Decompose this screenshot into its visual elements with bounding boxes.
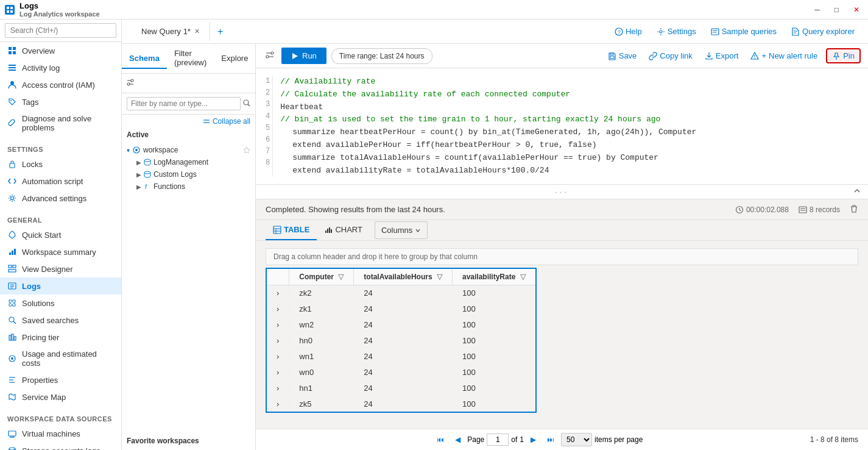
save-btn[interactable]: Save bbox=[604, 49, 641, 62]
run-button[interactable]: Run bbox=[281, 48, 326, 64]
query-tab-1[interactable]: New Query 1* ✕ bbox=[132, 22, 210, 41]
sidebar-item-saved-searches[interactable]: Saved searches bbox=[0, 312, 121, 329]
row-expand-btn[interactable]: › bbox=[266, 349, 289, 365]
resize-handle[interactable]: ··· bbox=[256, 185, 868, 199]
last-page-btn[interactable]: ⏭ bbox=[543, 433, 559, 446]
duration-display: 00:00:02.088 bbox=[735, 205, 789, 214]
cell-total-hours: 24 bbox=[354, 333, 453, 349]
schema-tree: ▾ workspace ▶ LogManagement ▶ Custom Log… bbox=[122, 141, 255, 432]
new-alert-btn[interactable]: + New alert rule bbox=[747, 49, 821, 62]
column-header-computer[interactable]: Computer ▽ bbox=[289, 268, 354, 285]
tree-custom-logs[interactable]: ▶ Custom Logs bbox=[122, 168, 255, 180]
sidebar-item-access-control[interactable]: Access control (IAM) bbox=[0, 76, 121, 93]
svg-rect-10 bbox=[9, 70, 16, 71]
row-expand-btn[interactable]: › bbox=[266, 301, 289, 317]
column-header-totalavailablehours[interactable]: totalAvailableHours ▽ bbox=[354, 268, 453, 285]
add-tab-btn[interactable]: + bbox=[210, 21, 230, 42]
code-line-3: Heartbeat bbox=[280, 101, 696, 114]
query-explorer-btn[interactable]: Query explorer bbox=[788, 24, 858, 38]
schema-active-label: Active bbox=[122, 128, 255, 141]
items-per-page-select[interactable]: 50 100 200 bbox=[561, 433, 592, 446]
sidebar-item-overview[interactable]: Overview bbox=[0, 42, 121, 59]
column-header-availabilityrate[interactable]: availabilityRate ▽ bbox=[452, 268, 535, 285]
sample-queries-btn[interactable]: Sample queries bbox=[707, 24, 780, 38]
svg-point-70 bbox=[755, 57, 756, 59]
row-expand-btn[interactable]: › bbox=[266, 396, 289, 413]
column-filter-icon[interactable]: ▽ bbox=[338, 273, 344, 281]
copy-link-btn[interactable]: Copy link bbox=[645, 49, 696, 62]
svg-marker-66 bbox=[292, 53, 298, 59]
code-editor[interactable]: 12345678 // Availability rate // Calcula… bbox=[256, 68, 868, 185]
svg-point-59 bbox=[144, 159, 150, 162]
sidebar-item-quickstart[interactable]: Quick Start bbox=[0, 226, 121, 243]
tree-logmanagement[interactable]: ▶ LogManagement bbox=[122, 156, 255, 168]
row-expand-btn[interactable]: › bbox=[266, 380, 289, 396]
sidebar-item-storage-accounts[interactable]: Storage accounts logs bbox=[0, 442, 121, 450]
sidebar-item-usage-costs[interactable]: Usage and estimated costs bbox=[0, 346, 121, 371]
row-expand-btn[interactable]: › bbox=[266, 333, 289, 349]
collapse-all-btn[interactable]: Collapse all bbox=[122, 115, 255, 128]
svg-point-14 bbox=[11, 197, 14, 200]
tree-functions[interactable]: ▶ f Functions bbox=[122, 180, 255, 193]
search-input[interactable] bbox=[5, 23, 116, 38]
minimize-btn[interactable]: ─ bbox=[811, 4, 824, 15]
row-expand-btn[interactable]: › bbox=[266, 285, 289, 301]
sidebar-item-properties[interactable]: Properties bbox=[0, 371, 121, 388]
time-range-button[interactable]: Time range: Last 24 hours bbox=[331, 48, 432, 64]
maximize-btn[interactable]: □ bbox=[831, 4, 842, 15]
export-btn[interactable]: Export bbox=[701, 49, 743, 62]
tab-chart[interactable]: CHART bbox=[317, 220, 370, 240]
schema-tab-explore[interactable]: Explore bbox=[214, 49, 255, 69]
page-label: Page bbox=[467, 435, 484, 444]
active-workspace-item[interactable]: ▾ workspace bbox=[122, 144, 255, 156]
cell-computer: hn1 bbox=[289, 380, 354, 396]
close-btn[interactable]: ✕ bbox=[850, 4, 863, 15]
schema-filter-input[interactable] bbox=[127, 97, 241, 110]
svg-rect-82 bbox=[329, 227, 330, 233]
sidebar-item-view-designer[interactable]: View Designer bbox=[0, 260, 121, 277]
expand-icon: ▶ bbox=[136, 171, 141, 178]
pagination-count: 1 - 8 of 8 items bbox=[810, 435, 858, 444]
app-subtitle: Log Analytics workspace bbox=[19, 10, 100, 18]
map-icon bbox=[7, 392, 17, 402]
schema-settings-icon[interactable] bbox=[124, 76, 136, 90]
sidebar-item-automation[interactable]: Automation script bbox=[0, 173, 121, 190]
pin-btn[interactable]: Pin bbox=[826, 48, 861, 63]
page-number-input[interactable] bbox=[487, 434, 509, 446]
sidebar-item-activity-log[interactable]: Activity log bbox=[0, 59, 121, 76]
sidebar-item-virtual-machines[interactable]: Virtual machines bbox=[0, 425, 121, 442]
column-filter-icon[interactable]: ▽ bbox=[520, 273, 526, 281]
column-filter-icon[interactable]: ▽ bbox=[437, 273, 442, 281]
columns-dropdown-btn[interactable]: Columns bbox=[375, 221, 428, 239]
settings-top-btn[interactable]: Settings bbox=[653, 24, 700, 38]
svg-text:f: f bbox=[145, 184, 147, 190]
tab-table[interactable]: TABLE bbox=[266, 220, 317, 240]
row-expand-btn[interactable]: › bbox=[266, 365, 289, 380]
delete-results-icon[interactable] bbox=[850, 204, 858, 215]
svg-rect-28 bbox=[12, 334, 13, 340]
sidebar-item-diagnose[interactable]: Diagnose and solve problems bbox=[0, 110, 121, 136]
svg-marker-58 bbox=[244, 147, 250, 153]
table-row: › wn1 24 100 bbox=[266, 349, 536, 365]
sidebar-item-locks[interactable]: Locks bbox=[0, 155, 121, 173]
row-expand-btn[interactable]: › bbox=[266, 317, 289, 333]
sidebar-item-pricing-tier[interactable]: Pricing tier bbox=[0, 329, 121, 346]
tab-close-icon[interactable]: ✕ bbox=[194, 27, 200, 35]
sidebar-item-solutions[interactable]: Solutions bbox=[0, 295, 121, 312]
sidebar-item-logs[interactable]: Logs bbox=[0, 277, 121, 295]
sidebar-item-service-map[interactable]: Service Map bbox=[0, 388, 121, 405]
help-btn[interactable]: ? Help bbox=[611, 24, 646, 38]
favorite-icon[interactable] bbox=[243, 146, 250, 154]
sidebar-item-workspace-summary[interactable]: Workspace summary bbox=[0, 243, 121, 260]
prev-page-btn[interactable]: ◀ bbox=[451, 433, 465, 446]
first-page-btn[interactable]: ⏮ bbox=[432, 433, 448, 446]
query-area: Schema Filter (preview) Explore « bbox=[122, 44, 868, 450]
collapse-results-icon[interactable] bbox=[853, 187, 861, 196]
sidebar-item-advanced[interactable]: Advanced settings bbox=[0, 190, 121, 207]
schema-tab-schema[interactable]: Schema bbox=[122, 49, 167, 69]
next-page-btn[interactable]: ▶ bbox=[526, 433, 540, 446]
sidebar-item-tags[interactable]: Tags bbox=[0, 93, 121, 110]
toolbar-settings-icon[interactable] bbox=[263, 48, 277, 63]
cell-total-hours: 24 bbox=[354, 365, 453, 380]
schema-tab-filter[interactable]: Filter (preview) bbox=[167, 44, 214, 73]
